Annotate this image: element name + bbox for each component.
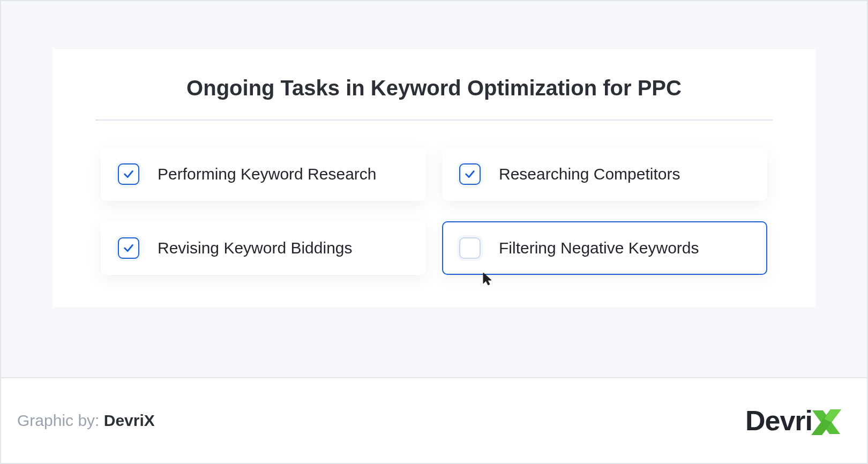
credit-text: Graphic by: DevriX [17,411,155,430]
credit-prefix: Graphic by: [17,411,104,429]
footer: Graphic by: DevriX Devri [1,377,867,463]
task-label: Performing Keyword Research [158,165,377,183]
checkbox-unchecked-icon[interactable] [459,237,481,259]
checkbox-checked-icon[interactable] [118,163,139,185]
logo-text: Devri [745,405,812,437]
task-label: Revising Keyword Biddings [158,239,353,257]
logo-x-icon [808,403,845,440]
divider [95,119,773,121]
task-item-active[interactable]: Filtering Negative Keywords [442,221,767,275]
main-area: Ongoing Tasks in Keyword Optimization fo… [1,1,867,377]
task-item[interactable]: Revising Keyword Biddings [101,221,426,275]
checkbox-checked-icon[interactable] [459,163,481,185]
task-item[interactable]: Researching Competitors [442,147,767,201]
task-label: Researching Competitors [499,165,680,183]
checkbox-checked-icon[interactable] [118,237,139,259]
content-card: Ongoing Tasks in Keyword Optimization fo… [53,49,815,307]
devrix-logo: Devri [745,401,845,440]
cursor-icon [482,272,493,287]
card-title: Ongoing Tasks in Keyword Optimization fo… [95,76,773,119]
task-grid: Performing Keyword Research Researching … [95,147,773,275]
task-item[interactable]: Performing Keyword Research [101,147,426,201]
credit-brand: DevriX [104,411,155,429]
task-label: Filtering Negative Keywords [499,239,699,257]
